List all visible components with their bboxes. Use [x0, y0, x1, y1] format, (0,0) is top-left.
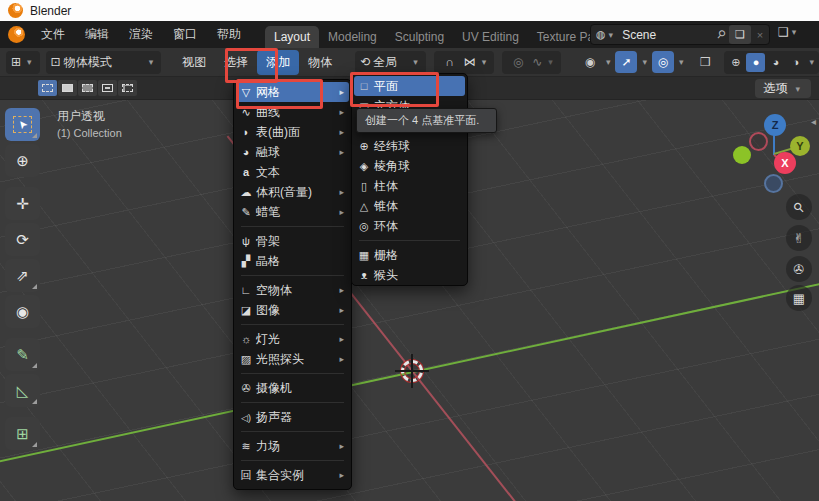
shading-material-icon[interactable]: ◕	[766, 53, 785, 72]
submenu-arrow-icon: ▸	[339, 441, 344, 451]
falloff-curve-icon[interactable]: ∿	[532, 55, 542, 69]
gizmo-neg-y-ball[interactable]	[733, 146, 751, 164]
mode-selector[interactable]: ⊡ 物体模式 ▾	[46, 51, 162, 74]
chevron-down-icon[interactable]: ▾	[609, 30, 614, 40]
mesh-submenu: 平面 立方体 经纬球 棱角球 柱体 锥体 环体 栅格 猴头	[351, 73, 468, 286]
menu-item-monkey[interactable]: 猴头	[354, 265, 465, 285]
menu-item-volume[interactable]: 体积(音量)▸	[236, 182, 349, 202]
snap-magnet-icon[interactable]: ∩	[439, 51, 461, 73]
gizmo-neg-z-ball[interactable]	[764, 174, 783, 193]
chevron-down-icon[interactable]: ▾	[679, 57, 684, 67]
tool-measure[interactable]: ◺	[5, 374, 40, 407]
tab-modeling[interactable]: Modeling	[319, 26, 386, 48]
shading-wireframe-icon[interactable]: ⊕	[726, 53, 745, 72]
menu-select[interactable]: 选择	[215, 50, 257, 75]
new-scene-button[interactable]: ❏	[729, 25, 751, 44]
gizmo-y-ball[interactable]: Y	[790, 136, 810, 156]
menu-item-text[interactable]: 文本	[236, 162, 349, 182]
chevron-down-icon[interactable]: ▾	[482, 57, 487, 67]
menu-item-plane[interactable]: 平面	[354, 76, 465, 96]
pan-button[interactable]: ✌	[786, 225, 812, 251]
menu-object[interactable]: 物体	[299, 50, 341, 75]
tool-cursor[interactable]: ⊕	[5, 144, 40, 177]
menu-window[interactable]: 窗口	[163, 21, 207, 48]
menu-item-force-field[interactable]: 力场▸	[236, 436, 349, 456]
shading-rendered-icon[interactable]: ◑	[786, 53, 805, 72]
options-button[interactable]: 选项 ▾	[755, 79, 811, 98]
blender-app-menu-icon[interactable]	[8, 26, 25, 43]
view-layer-selector[interactable]: ❑ ▾	[778, 25, 799, 39]
uv-sphere-icon	[354, 140, 374, 153]
scene-name[interactable]: Scene	[622, 28, 717, 42]
proportional-edit-icon[interactable]: ◎	[507, 51, 529, 73]
menu-item-speaker[interactable]: 扬声器	[236, 407, 349, 427]
menu-item-image[interactable]: 图像▸	[236, 300, 349, 320]
select-mode-intersect-icon[interactable]	[118, 80, 137, 96]
tab-uv-editing[interactable]: UV Editing	[453, 26, 528, 48]
transform-orientation-selector[interactable]: ⟲ 全局 ▾	[355, 51, 426, 74]
menu-item-light-probe[interactable]: 光照探头▸	[236, 349, 349, 369]
scene-selector[interactable]: ◍ ▾ Scene ⚲ ❏ ×	[590, 24, 770, 45]
tab-sculpting[interactable]: Sculpting	[386, 26, 453, 48]
zoom-button[interactable]: ⚲	[786, 194, 812, 220]
menu-item-grease-pencil[interactable]: 蜡笔▸	[236, 202, 349, 222]
select-mode-invert-icon[interactable]	[98, 80, 117, 96]
menu-item-camera[interactable]: 摄像机	[236, 378, 349, 398]
menu-item-surface[interactable]: 表(曲)面▸	[236, 122, 349, 142]
menu-item-torus[interactable]: 环体	[354, 216, 465, 236]
menu-help[interactable]: 帮助	[207, 21, 251, 48]
menu-add[interactable]: 添加	[257, 50, 299, 75]
proportional-edit-controls: ◎ ∿ ▾	[502, 51, 561, 74]
tool-scale[interactable]: ⇗	[5, 259, 40, 292]
snap-target-icon[interactable]: ⋈	[464, 55, 476, 69]
close-icon[interactable]: ×	[751, 29, 769, 41]
gizmo-z-ball[interactable]: Z	[764, 114, 786, 136]
menu-item-empty[interactable]: 空物体▸	[236, 280, 349, 300]
menu-item-lattice[interactable]: 晶格	[236, 251, 349, 271]
sidebar-toggle-icon[interactable]: ◂	[811, 116, 816, 127]
tool-move[interactable]: ✛	[5, 187, 40, 220]
menu-item-grid[interactable]: 栅格	[354, 245, 465, 265]
menu-item-cylinder[interactable]: 柱体	[354, 176, 465, 196]
menu-item-curve[interactable]: 曲线▸	[236, 102, 349, 122]
select-mode-new-icon[interactable]	[38, 80, 57, 96]
tool-select-box[interactable]: ➤	[5, 108, 40, 141]
toggle-xray-icon[interactable]: ❒	[694, 51, 716, 73]
select-mode-subtract-icon[interactable]	[78, 80, 97, 96]
submenu-arrow-icon: ▸	[339, 285, 344, 295]
menu-item-ico-sphere[interactable]: 棱角球	[354, 156, 465, 176]
chevron-down-icon[interactable]: ▾	[606, 57, 611, 67]
menu-view[interactable]: 视图	[173, 50, 215, 75]
chevron-down-icon[interactable]: ▾	[642, 57, 647, 67]
menu-item-collection-instance[interactable]: 集合实例▸	[236, 465, 349, 485]
gizmo-neg-x-ball[interactable]	[749, 132, 768, 151]
menu-render[interactable]: 渲染	[119, 21, 163, 48]
tool-rotate[interactable]: ⟳	[5, 223, 40, 256]
options-label: 选项	[763, 80, 787, 97]
camera-view-button[interactable]: ✇	[786, 256, 812, 282]
speaker-icon	[236, 411, 256, 423]
menu-item-uv-sphere[interactable]: 经纬球	[354, 136, 465, 156]
orthographic-toggle-button[interactable]: ▦	[786, 285, 812, 311]
menu-item-cone[interactable]: 锥体	[354, 196, 465, 216]
menu-item-mesh[interactable]: 网格▸	[236, 82, 349, 102]
menu-item-light[interactable]: 灯光▸	[236, 329, 349, 349]
menu-edit[interactable]: 编辑	[75, 21, 119, 48]
selectability-visibility-icon[interactable]: ◉	[579, 51, 601, 73]
tab-layout[interactable]: Layout	[265, 26, 319, 48]
select-mode-extend-icon[interactable]	[58, 80, 77, 96]
tool-add-cube[interactable]: ⊞	[5, 417, 40, 450]
tool-annotate[interactable]: ✎	[5, 338, 40, 371]
shading-solid-icon[interactable]: ●	[746, 53, 765, 72]
menu-item-armature[interactable]: 骨架	[236, 231, 349, 251]
show-gizmo-icon[interactable]: ➚	[615, 51, 637, 73]
cone-icon	[354, 200, 374, 213]
gizmo-x-ball[interactable]: X	[774, 152, 796, 174]
chevron-down-icon[interactable]: ▾	[548, 57, 553, 67]
show-overlays-icon[interactable]: ◎	[652, 51, 674, 73]
tool-transform[interactable]: ◉	[5, 295, 40, 328]
chevron-down-icon[interactable]: ▾	[809, 57, 814, 67]
editor-type-button[interactable]: ⊞ ▾	[6, 51, 40, 74]
menu-file[interactable]: 文件	[31, 21, 75, 48]
menu-item-metaball[interactable]: 融球▸	[236, 142, 349, 162]
